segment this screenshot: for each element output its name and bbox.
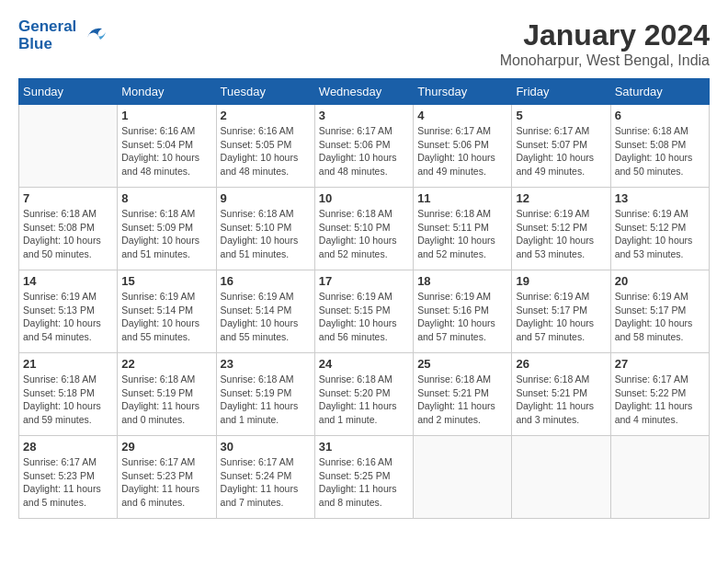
- calendar-cell: 5Sunrise: 6:17 AM Sunset: 5:07 PM Daylig…: [512, 105, 610, 188]
- calendar-cell: 9Sunrise: 6:18 AM Sunset: 5:10 PM Daylig…: [216, 188, 314, 270]
- calendar-cell: [19, 105, 118, 188]
- day-of-week-header: Monday: [118, 79, 216, 105]
- calendar-cell: 22Sunrise: 6:18 AM Sunset: 5:19 PM Dayli…: [118, 353, 216, 436]
- day-number: 3: [319, 109, 409, 122]
- day-number: 12: [516, 191, 606, 205]
- day-of-week-header: Sunday: [19, 79, 118, 105]
- calendar-cell: 17Sunrise: 6:19 AM Sunset: 5:15 PM Dayli…: [314, 270, 413, 353]
- calendar-cell: 16Sunrise: 6:19 AM Sunset: 5:14 PM Dayli…: [216, 270, 314, 353]
- day-number: 31: [319, 440, 409, 454]
- day-number: 13: [615, 191, 705, 205]
- day-number: 6: [615, 109, 705, 122]
- calendar-cell: 7Sunrise: 6:18 AM Sunset: 5:08 PM Daylig…: [19, 188, 118, 270]
- calendar-cell: 3Sunrise: 6:17 AM Sunset: 5:06 PM Daylig…: [314, 105, 413, 188]
- calendar-cell: 23Sunrise: 6:18 AM Sunset: 5:19 PM Dayli…: [216, 353, 314, 436]
- day-info: Sunrise: 6:16 AM Sunset: 5:04 PM Dayligh…: [121, 124, 211, 178]
- logo-blue: Blue: [18, 36, 76, 53]
- calendar-week-row: 14Sunrise: 6:19 AM Sunset: 5:13 PM Dayli…: [19, 270, 710, 353]
- calendar-cell: 6Sunrise: 6:18 AM Sunset: 5:08 PM Daylig…: [610, 105, 709, 188]
- calendar-cell: 27Sunrise: 6:17 AM Sunset: 5:22 PM Dayli…: [610, 353, 709, 436]
- day-number: 22: [121, 357, 211, 371]
- day-info: Sunrise: 6:18 AM Sunset: 5:19 PM Dayligh…: [121, 373, 211, 427]
- page-header: General Blue January 2024 Monoharpur, We…: [18, 18, 710, 69]
- calendar-table: SundayMondayTuesdayWednesdayThursdayFrid…: [18, 78, 710, 519]
- calendar-cell: 21Sunrise: 6:18 AM Sunset: 5:18 PM Dayli…: [19, 353, 118, 436]
- day-info: Sunrise: 6:16 AM Sunset: 5:25 PM Dayligh…: [319, 455, 409, 510]
- calendar-cell: 4Sunrise: 6:17 AM Sunset: 5:06 PM Daylig…: [414, 105, 512, 188]
- day-info: Sunrise: 6:19 AM Sunset: 5:12 PM Dayligh…: [615, 207, 705, 261]
- day-info: Sunrise: 6:17 AM Sunset: 5:06 PM Dayligh…: [319, 124, 409, 178]
- day-info: Sunrise: 6:18 AM Sunset: 5:21 PM Dayligh…: [417, 373, 507, 427]
- day-number: 15: [121, 274, 211, 288]
- calendar-week-row: 21Sunrise: 6:18 AM Sunset: 5:18 PM Dayli…: [19, 353, 710, 436]
- day-info: Sunrise: 6:18 AM Sunset: 5:18 PM Dayligh…: [23, 373, 113, 427]
- day-number: 20: [615, 274, 705, 288]
- day-info: Sunrise: 6:18 AM Sunset: 5:08 PM Dayligh…: [23, 207, 113, 261]
- day-info: Sunrise: 6:19 AM Sunset: 5:13 PM Dayligh…: [23, 290, 113, 344]
- day-info: Sunrise: 6:18 AM Sunset: 5:20 PM Dayligh…: [319, 373, 409, 427]
- day-info: Sunrise: 6:19 AM Sunset: 5:16 PM Dayligh…: [417, 290, 507, 344]
- day-number: 7: [23, 191, 113, 205]
- day-info: Sunrise: 6:18 AM Sunset: 5:11 PM Dayligh…: [417, 207, 507, 261]
- day-number: 8: [121, 191, 211, 205]
- day-info: Sunrise: 6:18 AM Sunset: 5:10 PM Dayligh…: [319, 207, 409, 261]
- day-info: Sunrise: 6:18 AM Sunset: 5:19 PM Dayligh…: [221, 373, 311, 427]
- day-number: 18: [417, 274, 507, 288]
- day-info: Sunrise: 6:17 AM Sunset: 5:22 PM Dayligh…: [615, 373, 705, 427]
- day-info: Sunrise: 6:18 AM Sunset: 5:08 PM Dayligh…: [615, 124, 705, 178]
- day-info: Sunrise: 6:18 AM Sunset: 5:09 PM Dayligh…: [121, 207, 211, 261]
- day-number: 26: [516, 357, 606, 371]
- day-info: Sunrise: 6:17 AM Sunset: 5:07 PM Dayligh…: [516, 124, 606, 178]
- day-of-week-header: Wednesday: [314, 79, 413, 105]
- logo-general: General: [18, 17, 76, 35]
- day-number: 9: [221, 191, 311, 205]
- day-number: 23: [221, 357, 311, 371]
- calendar-cell: 24Sunrise: 6:18 AM Sunset: 5:20 PM Dayli…: [314, 353, 413, 436]
- calendar-cell: [610, 436, 709, 519]
- day-info: Sunrise: 6:18 AM Sunset: 5:21 PM Dayligh…: [516, 373, 606, 427]
- day-number: 24: [319, 357, 409, 371]
- day-number: 27: [615, 357, 705, 371]
- day-info: Sunrise: 6:17 AM Sunset: 5:23 PM Dayligh…: [23, 455, 113, 510]
- day-number: 5: [516, 109, 606, 122]
- day-number: 10: [319, 191, 409, 205]
- day-number: 2: [221, 109, 311, 122]
- calendar-cell: [414, 436, 512, 519]
- day-number: 14: [23, 274, 113, 288]
- day-number: 25: [417, 357, 507, 371]
- day-info: Sunrise: 6:18 AM Sunset: 5:10 PM Dayligh…: [221, 207, 311, 261]
- day-number: 21: [23, 357, 113, 371]
- day-number: 19: [516, 274, 606, 288]
- day-number: 4: [417, 109, 507, 122]
- day-number: 16: [221, 274, 311, 288]
- calendar-cell: 26Sunrise: 6:18 AM Sunset: 5:21 PM Dayli…: [512, 353, 610, 436]
- day-number: 17: [319, 274, 409, 288]
- calendar-week-row: 1Sunrise: 6:16 AM Sunset: 5:04 PM Daylig…: [19, 105, 710, 188]
- day-number: 30: [221, 440, 311, 454]
- title-block: January 2024 Monoharpur, West Bengal, In…: [500, 18, 710, 69]
- calendar-cell: 31Sunrise: 6:16 AM Sunset: 5:25 PM Dayli…: [314, 436, 413, 519]
- day-info: Sunrise: 6:17 AM Sunset: 5:23 PM Dayligh…: [121, 455, 211, 510]
- day-number: 1: [121, 109, 211, 122]
- calendar-cell: 13Sunrise: 6:19 AM Sunset: 5:12 PM Dayli…: [610, 188, 709, 270]
- calendar-cell: 12Sunrise: 6:19 AM Sunset: 5:12 PM Dayli…: [512, 188, 610, 270]
- day-of-week-header: Thursday: [414, 79, 512, 105]
- calendar-week-row: 28Sunrise: 6:17 AM Sunset: 5:23 PM Dayli…: [19, 436, 710, 519]
- calendar-cell: 14Sunrise: 6:19 AM Sunset: 5:13 PM Dayli…: [19, 270, 118, 353]
- calendar-cell: 29Sunrise: 6:17 AM Sunset: 5:23 PM Dayli…: [118, 436, 216, 519]
- calendar-cell: [512, 436, 610, 519]
- day-of-week-header: Friday: [512, 79, 610, 105]
- day-of-week-header: Tuesday: [216, 79, 314, 105]
- calendar-cell: 30Sunrise: 6:17 AM Sunset: 5:24 PM Dayli…: [216, 436, 314, 519]
- location-text: Monoharpur, West Bengal, India: [500, 52, 710, 69]
- calendar-cell: 20Sunrise: 6:19 AM Sunset: 5:17 PM Dayli…: [610, 270, 709, 353]
- day-info: Sunrise: 6:19 AM Sunset: 5:15 PM Dayligh…: [319, 290, 409, 344]
- day-info: Sunrise: 6:16 AM Sunset: 5:05 PM Dayligh…: [221, 124, 311, 178]
- day-number: 28: [23, 440, 113, 454]
- calendar-cell: 1Sunrise: 6:16 AM Sunset: 5:04 PM Daylig…: [118, 105, 216, 188]
- month-title: January 2024: [500, 18, 710, 52]
- calendar-cell: 11Sunrise: 6:18 AM Sunset: 5:11 PM Dayli…: [414, 188, 512, 270]
- day-info: Sunrise: 6:17 AM Sunset: 5:24 PM Dayligh…: [221, 455, 311, 510]
- calendar-cell: 19Sunrise: 6:19 AM Sunset: 5:17 PM Dayli…: [512, 270, 610, 353]
- day-number: 29: [121, 440, 211, 454]
